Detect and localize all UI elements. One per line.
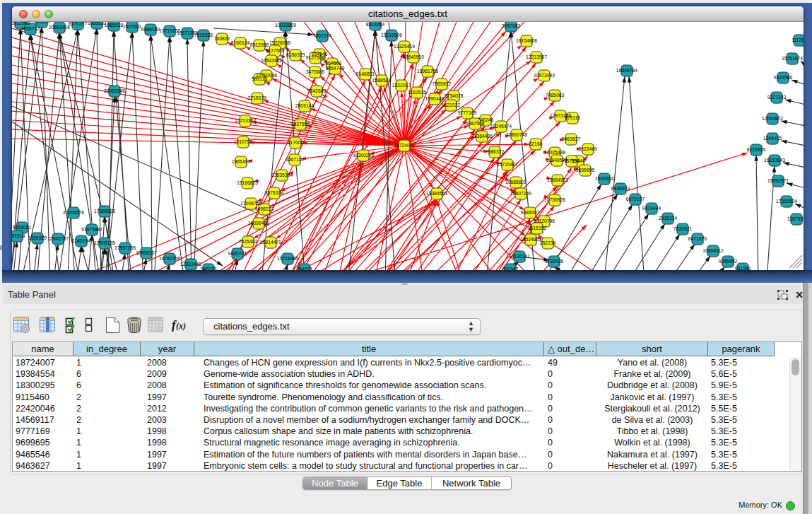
svg-text:18807249: 18807249 bbox=[510, 191, 531, 196]
svg-text:2935114: 2935114 bbox=[659, 216, 677, 221]
svg-text:18300295: 18300295 bbox=[353, 153, 374, 158]
svg-text:8471676: 8471676 bbox=[688, 236, 707, 241]
svg-text:9463627: 9463627 bbox=[562, 136, 581, 141]
svg-text:9127503: 9127503 bbox=[266, 48, 285, 53]
svg-text:252234: 252234 bbox=[540, 240, 556, 245]
svg-text:111264: 111264 bbox=[792, 37, 804, 42]
svg-text:1640954: 1640954 bbox=[595, 176, 614, 181]
svg-text:16120746: 16120746 bbox=[534, 218, 555, 223]
svg-text:20691406: 20691406 bbox=[49, 25, 70, 30]
svg-text:10033809: 10033809 bbox=[275, 23, 296, 28]
svg-text:7955812: 7955812 bbox=[433, 81, 452, 86]
svg-text:12213363: 12213363 bbox=[235, 118, 256, 123]
svg-text:8938923: 8938923 bbox=[611, 186, 630, 191]
svg-text:8912958: 8912958 bbox=[250, 42, 269, 47]
svg-text:18640910: 18640910 bbox=[403, 54, 424, 59]
svg-text:15718485: 15718485 bbox=[277, 256, 298, 261]
svg-text:1167533: 1167533 bbox=[787, 216, 804, 221]
svg-text:18524851: 18524851 bbox=[520, 237, 541, 242]
svg-text:15692971: 15692971 bbox=[767, 178, 789, 183]
svg-text:7986372: 7986372 bbox=[486, 149, 505, 154]
svg-text:1621022: 1621022 bbox=[442, 103, 461, 107]
svg-text:2087682: 2087682 bbox=[502, 23, 521, 28]
svg-text:20053346: 20053346 bbox=[104, 88, 125, 93]
svg-text:19654923: 19654923 bbox=[547, 177, 568, 182]
svg-text:2718176: 2718176 bbox=[248, 95, 267, 100]
svg-text:6466160: 6466160 bbox=[141, 27, 160, 32]
svg-text:989113: 989113 bbox=[252, 76, 267, 81]
svg-text:14136141: 14136141 bbox=[509, 254, 530, 259]
svg-text:10973493: 10973493 bbox=[534, 73, 555, 78]
svg-text:1615152: 1615152 bbox=[528, 226, 547, 230]
svg-text:12093872: 12093872 bbox=[762, 116, 783, 121]
svg-text:417006: 417006 bbox=[288, 140, 304, 145]
svg-text:8427552: 8427552 bbox=[291, 122, 310, 127]
svg-text:920533: 920533 bbox=[34, 22, 50, 24]
svg-text:1010755: 1010755 bbox=[234, 139, 253, 144]
svg-text:1588520: 1588520 bbox=[372, 78, 392, 83]
svg-text:1965493: 1965493 bbox=[232, 159, 251, 164]
svg-text:19384554: 19384554 bbox=[426, 191, 447, 196]
svg-text:16648784: 16648784 bbox=[616, 68, 637, 73]
svg-text:9242843: 9242843 bbox=[307, 88, 326, 93]
svg-text:8912955: 8912955 bbox=[12, 22, 30, 25]
svg-text:17046756: 17046756 bbox=[240, 201, 261, 206]
svg-text:10958107: 10958107 bbox=[136, 250, 157, 255]
svg-text:1145194: 1145194 bbox=[72, 238, 90, 243]
svg-text:9474444: 9474444 bbox=[642, 206, 661, 211]
svg-text:8171377: 8171377 bbox=[69, 22, 88, 26]
svg-text:1322017: 1322017 bbox=[392, 83, 411, 88]
svg-text:1244415: 1244415 bbox=[763, 136, 782, 141]
svg-text:763822: 763822 bbox=[214, 36, 230, 41]
svg-text:8813054: 8813054 bbox=[366, 22, 385, 27]
svg-text:8160124: 8160124 bbox=[231, 40, 250, 45]
svg-text:9384067: 9384067 bbox=[521, 210, 540, 215]
svg-text:16914479: 16914479 bbox=[260, 240, 281, 245]
svg-text:19166825: 19166825 bbox=[237, 180, 258, 185]
svg-text:9777169: 9777169 bbox=[458, 110, 477, 115]
svg-text:9127508: 9127508 bbox=[306, 55, 325, 60]
svg-text:12923448: 12923448 bbox=[180, 262, 201, 267]
svg-text:6679197: 6679197 bbox=[626, 197, 645, 201]
svg-text:9227343: 9227343 bbox=[767, 95, 787, 100]
svg-text:7357274: 7357274 bbox=[313, 33, 332, 38]
svg-text:9453061: 9453061 bbox=[13, 225, 32, 230]
svg-text:16782759: 16782759 bbox=[159, 256, 180, 261]
svg-text:17016504: 17016504 bbox=[776, 199, 797, 204]
svg-text:9146821: 9146821 bbox=[356, 71, 375, 76]
svg-text:12505135: 12505135 bbox=[94, 240, 115, 245]
svg-text:9245652: 9245652 bbox=[719, 259, 738, 264]
svg-text:20206576: 20206576 bbox=[63, 210, 84, 215]
svg-text:1065528: 1065528 bbox=[105, 23, 124, 28]
svg-text:764521: 764521 bbox=[297, 267, 313, 270]
svg-text:18724007: 18724007 bbox=[394, 143, 415, 148]
svg-text:8186323: 8186323 bbox=[286, 52, 305, 57]
svg-text:9465771: 9465771 bbox=[228, 251, 247, 256]
svg-text:15751074: 15751074 bbox=[782, 56, 803, 61]
svg-text:2967608: 2967608 bbox=[323, 61, 342, 66]
svg-text:975115: 975115 bbox=[565, 115, 580, 120]
svg-text:16961758: 16961758 bbox=[417, 69, 438, 74]
svg-text:8878334: 8878334 bbox=[265, 190, 284, 195]
svg-text:6487568: 6487568 bbox=[466, 121, 485, 126]
svg-text:9498222: 9498222 bbox=[255, 206, 274, 211]
svg-text:7625402: 7625402 bbox=[239, 239, 258, 244]
svg-text:1733426: 1733426 bbox=[545, 259, 564, 264]
svg-text:9329966: 9329966 bbox=[774, 75, 793, 80]
svg-text:7515526: 7515526 bbox=[194, 33, 213, 37]
svg-text:3267110: 3267110 bbox=[286, 157, 304, 162]
svg-text:1527602: 1527602 bbox=[123, 24, 142, 29]
svg-text:1162615: 1162615 bbox=[408, 90, 426, 95]
svg-text:62160: 62160 bbox=[529, 141, 543, 146]
svg-text:(x): (x) bbox=[176, 321, 186, 331]
svg-text:3475685: 3475685 bbox=[306, 69, 325, 74]
svg-text:10860748: 10860748 bbox=[506, 132, 527, 137]
svg-text:15226058: 15226058 bbox=[269, 40, 290, 45]
svg-text:945213: 945213 bbox=[201, 267, 217, 270]
svg-text:931542: 931542 bbox=[735, 266, 751, 270]
svg-text:13325419: 13325419 bbox=[394, 44, 415, 49]
svg-text:391514: 391514 bbox=[12, 233, 25, 238]
svg-text:12942737: 12942737 bbox=[47, 236, 69, 241]
svg-text:7485063: 7485063 bbox=[546, 93, 565, 98]
svg-text:1065532: 1065532 bbox=[88, 22, 107, 25]
